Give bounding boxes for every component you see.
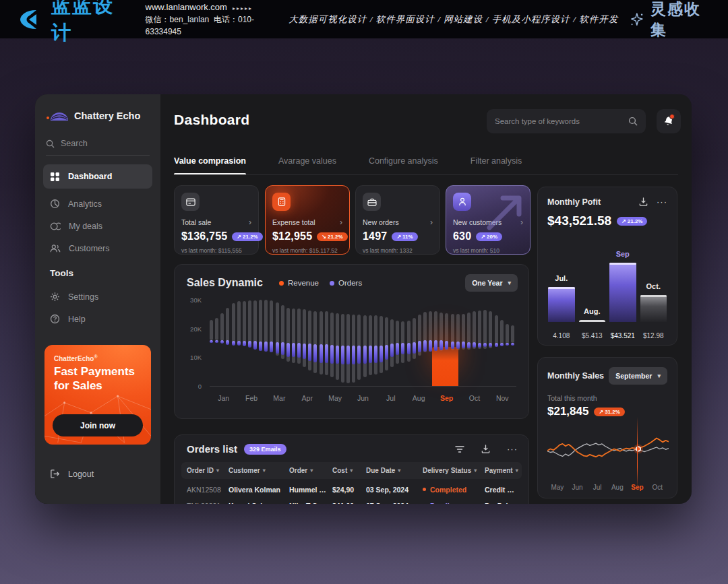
column-order[interactable]: Order▾	[289, 467, 332, 474]
logout-label: Logout	[68, 469, 94, 479]
cell-order: Hummel S...	[289, 486, 332, 494]
month-label: Jan	[210, 394, 237, 402]
chevron-right-icon[interactable]: ›	[430, 218, 433, 227]
trend-up-icon: ↗	[237, 234, 241, 240]
monthly-sales-chart	[547, 422, 667, 479]
sidebar-item-customers[interactable]: Customers	[43, 237, 152, 259]
column-order-id[interactable]: Order ID▾	[187, 467, 229, 474]
brand: Chattery Echo	[46, 109, 140, 123]
notifications-button[interactable]	[657, 109, 681, 133]
tabs-divider	[174, 174, 678, 175]
global-search[interactable]	[487, 109, 646, 133]
search-icon	[46, 139, 55, 148]
cell-payment: Credit Card	[485, 486, 523, 494]
month-label: Oct	[647, 484, 667, 491]
more-menu-button[interactable]: ···	[657, 197, 667, 207]
chart-legend: Revenue Orders	[279, 279, 465, 287]
profit-bar-sep[interactable]: Sep $43.521	[607, 242, 638, 339]
status-badge: Completed	[423, 486, 485, 494]
banner-arrows: ▸▸▸▸▸	[233, 5, 253, 11]
tab-filter-analysis[interactable]: Filter analysis	[471, 156, 522, 175]
sort-caret-icon: ▾	[516, 467, 518, 474]
app-background: 蓝蓝设计 www.lanlanwork.com▸▸▸▸▸ 微信：ben_lanl…	[0, 0, 728, 584]
export-button[interactable]	[481, 444, 491, 454]
profit-bar-jul[interactable]: Jul. 4.108	[546, 242, 577, 339]
orders-list-title: Orders list	[187, 443, 237, 455]
month-label: Feb	[237, 394, 265, 402]
tab-configure-analysis[interactable]: Configure analysis	[369, 156, 438, 175]
table-row[interactable]: AKN12508 Olivera Kolman Hummel S... $24,…	[181, 481, 522, 498]
wallet-icon	[181, 193, 200, 211]
arrow-up-right-decoration	[483, 190, 526, 233]
y-tick-label: 10K	[190, 354, 202, 361]
monthly-profit-value: $43,521.58	[547, 214, 611, 228]
sidebar-item-dashboard[interactable]: Dashboard	[43, 164, 152, 189]
monthly-profit-card: Monthly Pofit ··· $43,521.58 ↗21.2% Jul.…	[537, 187, 677, 346]
stat-value: $12,955	[272, 230, 312, 242]
brand-logo-icon	[46, 109, 69, 123]
month-label: Jun	[568, 484, 588, 491]
sidebar-search-input[interactable]	[61, 139, 135, 148]
sidebar-item-label: Customers	[69, 244, 109, 253]
cell-order: Nike T-Shirt	[289, 502, 332, 505]
sidebar-item-my-deals[interactable]: My deals	[43, 215, 152, 237]
more-menu-button[interactable]: ···	[507, 444, 518, 454]
range-select[interactable]: One Year ▾	[465, 274, 518, 292]
month-label: Apr	[293, 394, 321, 402]
sidebar-item-label: My deals	[69, 222, 102, 231]
column-cost[interactable]: Cost▾	[332, 467, 366, 474]
sidebar-item-label: Dashboard	[68, 172, 112, 181]
promo-reg: ®	[94, 354, 97, 359]
cell-order-id: TML30321	[187, 502, 229, 505]
sort-caret-icon: ▾	[263, 467, 266, 474]
sidebar-tools: Settings Help	[43, 286, 152, 330]
sidebar-item-label: Help	[68, 315, 86, 324]
sort-caret-icon: ▾	[310, 467, 313, 474]
delta-badge: ↗21.2%	[617, 217, 647, 226]
month-label: Aug	[405, 394, 433, 402]
delta-badge: ↗31.2%	[594, 408, 624, 416]
column-due-date[interactable]: Due Date▾	[366, 467, 423, 474]
cell-customer: Kemal Selman	[229, 502, 289, 505]
sidebar-item-settings[interactable]: Settings	[43, 286, 152, 308]
table-row[interactable]: TML30321 Kemal Selman Nike T-Shirt $41,9…	[181, 497, 522, 504]
join-now-button[interactable]: Join now	[53, 414, 143, 436]
download-icon	[638, 197, 648, 207]
stat-card-new-customers: New customers› 630 ↗20% vs last month: 5…	[446, 185, 530, 255]
trend-up-icon: ↗	[621, 218, 626, 224]
month-label: Jul	[587, 484, 607, 491]
sales-dynamic-card: Sales Dynamic Revenue Orders One Year ▾ …	[174, 264, 529, 419]
cell-cost: $41,99	[332, 502, 366, 505]
tab-value-comprasion[interactable]: Value comprasion	[174, 156, 246, 175]
filter-button[interactable]	[455, 445, 464, 453]
filter-icon	[455, 445, 464, 453]
promo-title: Fast Payments for Sales	[54, 365, 135, 393]
tab-avarage-values[interactable]: Avarage values	[278, 156, 336, 175]
stat-card-expense-total: Expense total› $12,955 ↘21.2% vs last mo…	[265, 185, 350, 255]
column-delivery-status[interactable]: Delivery Status▾	[423, 467, 485, 474]
column-payment[interactable]: Payment▾	[485, 467, 523, 474]
logout-button[interactable]: Logout	[50, 469, 94, 479]
download-icon	[481, 444, 491, 454]
trend-up-icon: ↗	[481, 234, 485, 240]
sidebar-item-help[interactable]: Help	[43, 308, 152, 330]
export-button[interactable]	[638, 197, 648, 207]
global-search-input[interactable]	[495, 117, 623, 125]
chevron-right-icon[interactable]: ›	[249, 218, 251, 227]
banner-services: 大数据可视化设计 / 软件界面设计 / 网站建设 / 手机及小程序设计 / 软件…	[289, 13, 618, 26]
sidebar-nav: Dashboard Analytics My deals	[43, 164, 152, 259]
chevron-right-icon[interactable]: ›	[340, 218, 342, 227]
customers-icon	[50, 244, 61, 253]
sidebar-item-analytics[interactable]: Analytics	[43, 193, 152, 215]
column-customer[interactable]: Customer▾	[229, 467, 289, 474]
profit-bar-oct[interactable]: Oct. $12.98	[638, 242, 669, 339]
monthly-sales-title: Monthly Sales	[547, 371, 604, 381]
stat-label: New orders	[363, 218, 399, 226]
profit-bar-aug[interactable]: Aug. $5.413	[577, 242, 608, 339]
sales-dynamic-plot	[210, 300, 516, 386]
sidebar-search[interactable]	[46, 139, 150, 156]
briefcase-icon	[363, 193, 381, 211]
stat-card-new-orders: New orders› 1497 ↗11% vs last month: 133…	[355, 185, 440, 255]
legend-revenue: Revenue	[279, 279, 319, 287]
month-select[interactable]: September ▾	[609, 367, 667, 385]
